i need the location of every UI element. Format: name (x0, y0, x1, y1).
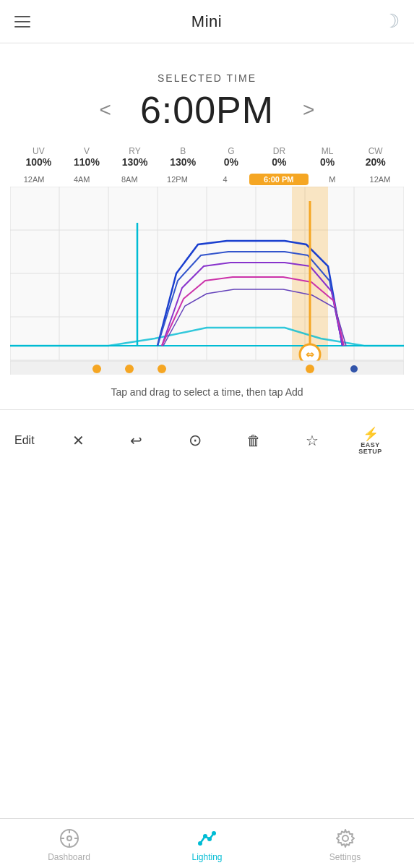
nav-dashboard-label: Dashboard (48, 852, 90, 862)
selected-time-label: SELECTED TIME (158, 72, 256, 84)
play-button[interactable]: ⊙ (165, 425, 224, 456)
selected-time-section: SELECTED TIME < 6:00PM > (0, 58, 414, 139)
instruction-text: Tap and drag to select a time, then tap … (0, 375, 414, 409)
delete-button[interactable]: 🗑 (224, 427, 283, 455)
bottom-navigation: Dashboard Lighting Settings (0, 818, 414, 868)
time-label-12am: 12AM (10, 175, 58, 184)
main-content: SELECTED TIME < 6:00PM > UV 100% V 110% … (0, 43, 414, 471)
svg-point-30 (203, 834, 207, 838)
star-button[interactable]: ☆ (283, 426, 341, 455)
star-icon: ☆ (306, 432, 319, 449)
hamburger-menu[interactable] (14, 16, 30, 27)
nav-lighting-label: Lighting (191, 852, 222, 862)
prev-time-button[interactable]: < (92, 100, 118, 120)
time-display: 6:00PM (140, 88, 274, 132)
svg-point-22 (350, 365, 358, 373)
time-navigation: < 6:00PM > (92, 88, 322, 132)
trash-icon: 🗑 (246, 433, 261, 449)
edit-toolbar: Edit ✕ ↩ ⊙ 🗑 ☆ ⚡ EASYSETUP (0, 410, 414, 471)
nav-settings-label: Settings (329, 852, 361, 862)
svg-point-24 (67, 836, 72, 841)
nav-lighting[interactable]: Lighting (138, 819, 276, 868)
time-axis: 12AM 4AM 8AM 12PM 4 6:00 PM M 12AM (10, 174, 404, 187)
channel-dr: DR 0% (255, 146, 303, 168)
undo-icon: ↩ (130, 432, 142, 449)
chart-container[interactable]: 12AM 4AM 8AM 12PM 4 6:00 PM M 12AM (0, 174, 414, 375)
channel-uv: UV 100% (14, 146, 63, 168)
svg-rect-17 (10, 361, 404, 375)
svg-point-29 (198, 841, 202, 846)
channel-g: G 0% (207, 146, 256, 168)
easy-setup-label: EASYSETUP (358, 442, 382, 455)
close-icon: ✕ (72, 432, 85, 449)
nav-dashboard[interactable]: Dashboard (0, 819, 138, 868)
edit-label: Edit (14, 434, 35, 447)
channel-ry: RY 130% (111, 146, 159, 168)
svg-point-32 (212, 831, 216, 835)
night-mode-icon[interactable]: ☽ (383, 10, 400, 33)
svg-point-21 (306, 365, 314, 373)
svg-point-18 (92, 365, 101, 373)
time-label-4: 4 (202, 175, 249, 184)
easy-setup-button[interactable]: ⚡ EASYSETUP (341, 420, 400, 461)
lighting-icon (197, 827, 218, 849)
play-icon: ⊙ (189, 431, 202, 450)
svg-point-19 (125, 365, 134, 373)
easy-setup-content: ⚡ EASYSETUP (358, 426, 382, 455)
svg-point-33 (342, 835, 348, 841)
bluetooth-icon: ⚡ (363, 426, 379, 442)
channel-b: B 130% (159, 146, 207, 168)
next-time-button[interactable]: > (296, 100, 322, 120)
time-label-m: M (309, 175, 356, 184)
app-header: Mini ☽ (0, 0, 414, 43)
undo-button[interactable]: ↩ (107, 426, 165, 455)
channel-values-row: UV 100% V 110% RY 130% B 130% G 0% DR 0%… (0, 139, 414, 171)
channel-ml: ML 0% (303, 146, 352, 168)
svg-point-20 (158, 365, 166, 373)
settings-icon (335, 827, 356, 849)
lighting-chart[interactable]: ⇔ (10, 187, 404, 375)
nav-settings[interactable]: Settings (276, 819, 414, 868)
time-label-selected: 6:00 PM (249, 174, 309, 185)
time-label-12pm: 12PM (153, 175, 201, 184)
channel-v: V 110% (63, 146, 111, 168)
app-title: Mini (191, 12, 222, 31)
time-label-8am: 8AM (105, 175, 153, 184)
time-label-12am-end: 12AM (356, 175, 404, 184)
dashboard-icon (59, 827, 80, 849)
channel-cw: CW 20% (351, 146, 400, 168)
svg-text:⇔: ⇔ (306, 349, 314, 360)
close-button[interactable]: ✕ (49, 426, 108, 455)
time-label-4am: 4AM (58, 175, 105, 184)
svg-point-31 (207, 837, 212, 841)
